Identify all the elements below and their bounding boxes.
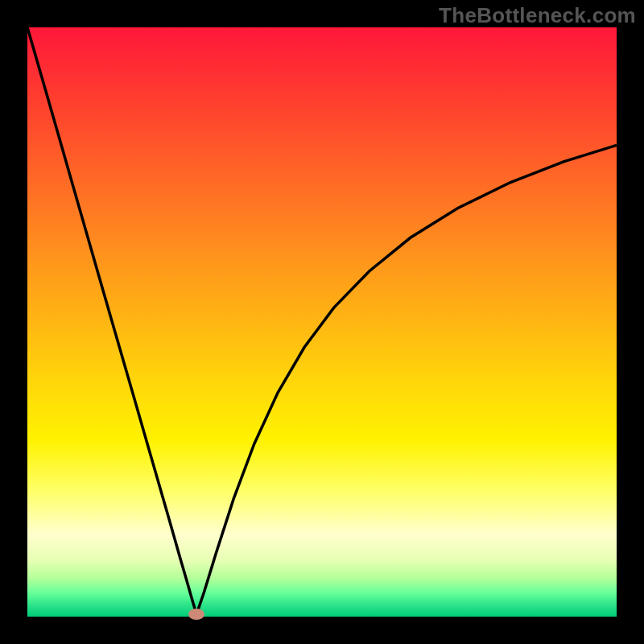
watermark-text: TheBottleneck.com [439, 3, 636, 28]
optimum-marker [188, 609, 204, 620]
chart-frame: TheBottleneck.com [0, 0, 644, 644]
bottleneck-curve [27, 27, 617, 617]
curve-path [27, 27, 617, 614]
